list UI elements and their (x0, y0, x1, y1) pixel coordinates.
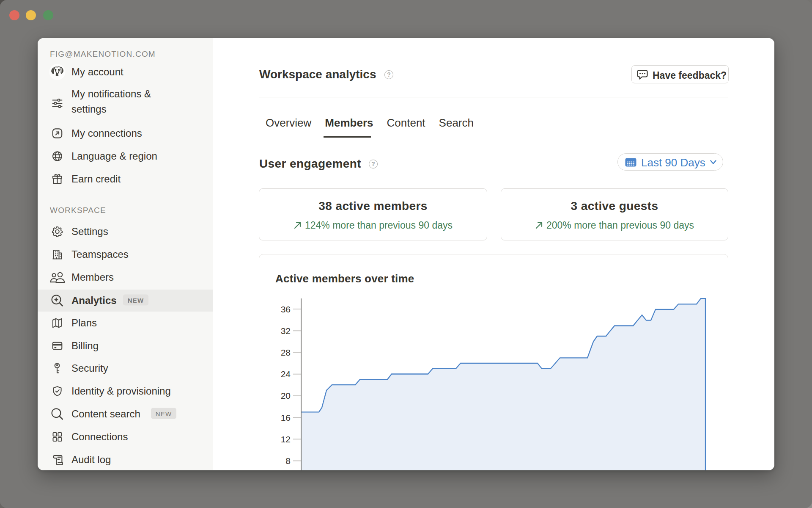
svg-text:32: 32 (281, 326, 291, 336)
svg-text:12: 12 (281, 434, 291, 444)
svg-text:36: 36 (281, 304, 291, 314)
svg-text:28: 28 (281, 348, 291, 357)
svg-text:16: 16 (281, 413, 291, 422)
svg-text:8: 8 (285, 456, 291, 466)
svg-text:24: 24 (281, 369, 291, 379)
svg-text:20: 20 (281, 391, 291, 400)
